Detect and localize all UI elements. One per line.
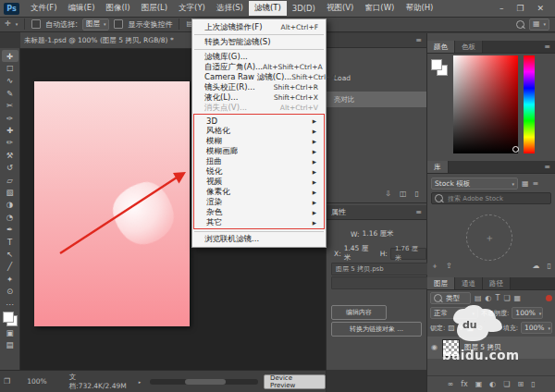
color-panel-swatches[interactable]	[431, 59, 446, 74]
convert-to-linked-button[interactable]: 转换为链接对象 ...	[331, 322, 422, 337]
menu-item-blur-gallery[interactable]: 模糊画廊▶	[194, 146, 324, 156]
add-content-icon[interactable]: ＋	[431, 263, 438, 270]
filter-shape-layers-icon[interactable]: ❏	[503, 295, 510, 302]
layer-group-icon[interactable]: ❏	[503, 381, 510, 388]
menu-item-sharpen[interactable]: 锐化▶	[194, 166, 324, 177]
menu-3d[interactable]: 3D(D)	[287, 2, 321, 15]
preset-item-selected[interactable]: 亮对比	[327, 92, 426, 107]
panel-menu-icon[interactable]: ≡	[544, 164, 550, 171]
horizontal-scrollbar[interactable]	[150, 379, 258, 385]
layer-filter-dropdown[interactable]: 类型	[430, 292, 471, 304]
menu-item-stylize[interactable]: 风格化▶	[194, 126, 324, 136]
layer-row[interactable]: ◉ 图层 5 拷贝	[427, 337, 555, 359]
menu-item-blur[interactable]: 模糊▶	[194, 136, 324, 146]
filter-pixel-layers-icon[interactable]: ▤	[475, 295, 482, 302]
panel-menu-icon[interactable]: ≡	[415, 209, 422, 216]
auto-select-dropdown[interactable]: 图层 ▾	[82, 18, 110, 31]
marquee-tool[interactable]: ☐	[2, 62, 18, 74]
menu-image[interactable]: 图像(I)	[101, 1, 136, 16]
gradient-tool[interactable]: ▧	[2, 186, 18, 198]
menu-item-liquify[interactable]: 液化(L)... Shift+Ctrl+X	[192, 92, 326, 103]
color-swatches-widget[interactable]	[3, 312, 18, 326]
workspace-switcher[interactable]: ▦ ▾	[529, 18, 549, 31]
scrollbar-thumb[interactable]	[185, 379, 226, 385]
device-preview-button[interactable]: Device Preview	[264, 374, 326, 389]
quick-mask-button[interactable]: ▣	[2, 326, 18, 338]
menu-edit[interactable]: 编辑(E)	[63, 1, 101, 16]
menu-item-adaptive-wide-angle[interactable]: 自适应广角(A)... Alt+Shift+Ctrl+A	[192, 62, 326, 72]
menu-item-browse-filters-online[interactable]: 浏览联机滤镜...	[192, 234, 326, 244]
libraries-drop-zone[interactable]: ＋	[466, 214, 512, 261]
saturation-brightness-picker[interactable]	[453, 55, 518, 153]
height-value[interactable]: 1.76 厘米	[390, 248, 426, 260]
sync-cloud-icon[interactable]: ☁	[533, 263, 540, 270]
zoom-level-value[interactable]: 100%	[27, 377, 46, 386]
load-preset-icon[interactable]: ⇩	[385, 190, 391, 198]
lock-all-icon[interactable]: ⊘	[476, 325, 483, 332]
minimize-button[interactable]: –	[500, 4, 504, 13]
maximize-button[interactable]: ❐	[516, 4, 524, 13]
tab-swatches[interactable]: 色板	[455, 41, 483, 53]
layer-thumbnail[interactable]	[442, 339, 460, 357]
menu-item-video[interactable]: 视频▶	[194, 177, 324, 187]
panel-menu-icon[interactable]: ≡	[544, 43, 550, 51]
filter-type-layers-icon[interactable]: T	[496, 295, 500, 302]
layer-effects-icon[interactable]: fx	[461, 381, 468, 388]
auto-select-checkbox[interactable]	[31, 19, 41, 29]
document-tab[interactable]: 未标题-1.psd @ 100% (图层 5 拷贝, RGB/8) * ×	[20, 32, 213, 48]
menu-item-lens-correction[interactable]: 镜头校正(R)... Shift+Ctrl+R	[192, 82, 326, 92]
move-tool[interactable]: ✛	[2, 50, 18, 62]
menu-item-filter-gallery[interactable]: 滤镜库(G)...	[192, 52, 326, 62]
menu-window[interactable]: 窗口(W)	[359, 1, 400, 16]
shape-tool[interactable]: ╱	[2, 261, 18, 273]
menu-item-other[interactable]: 其它▶	[194, 217, 324, 227]
grid-view-icon[interactable]: ▦	[522, 180, 529, 188]
history-brush-tool[interactable]: ↺	[2, 162, 18, 174]
menu-filter[interactable]: 滤镜(T)	[249, 1, 287, 16]
properties-panel-header[interactable]: 属性 ≡	[327, 205, 426, 220]
path-selection-tool[interactable]: ↖	[2, 248, 18, 260]
foreground-color-swatch[interactable]	[431, 59, 442, 70]
layer-visibility-eye-icon[interactable]: ◉	[431, 344, 438, 351]
show-transform-checkbox[interactable]	[114, 19, 123, 29]
tool-preset-caret-icon[interactable]: ▾	[16, 21, 18, 27]
tab-paths[interactable]: 路径	[483, 277, 511, 289]
menu-item-3d[interactable]: 3D▶	[194, 116, 324, 126]
tab-layers[interactable]: 图层	[427, 277, 455, 289]
menu-item-last-filter[interactable]: 上次滤镜操作(F) Alt+Ctrl+F	[192, 22, 326, 32]
adjustment-layer-icon[interactable]: ◐	[489, 381, 496, 388]
filter-adjustment-layers-icon[interactable]: ◐	[486, 295, 492, 302]
edit-toolbar-button[interactable]: ⋯	[2, 298, 18, 310]
menu-item-convert-smart-filter[interactable]: 转换为智能滤镜(S)	[192, 37, 326, 47]
close-button[interactable]: ✕	[536, 4, 544, 13]
lock-image-icon[interactable]: ◪	[467, 325, 475, 332]
tab-channels[interactable]: 通道	[455, 277, 483, 289]
menu-item-camera-raw[interactable]: Camera Raw 滤镜(C)... Shift+Ctrl+A	[192, 72, 326, 82]
quick-selection-tool[interactable]: ✎	[2, 87, 18, 99]
color-picker-cursor[interactable]	[512, 146, 519, 153]
lock-transparency-icon[interactable]: ▨	[448, 325, 455, 332]
hand-tool[interactable]: ✦	[2, 273, 18, 285]
menu-item-noise[interactable]: 杂色▶	[194, 207, 324, 217]
screen-mode-icon[interactable]: ❐	[4, 378, 10, 386]
zoom-tool[interactable]: ⊙	[2, 285, 18, 297]
blend-mode-dropdown[interactable]: 正常 ▾	[430, 307, 478, 319]
search-icon[interactable]	[516, 20, 524, 29]
eyedropper-tool[interactable]: ✑	[2, 112, 18, 124]
new-layer-icon[interactable]: ⊞	[517, 381, 524, 388]
status-menu-arrow-icon[interactable]: ▸	[139, 379, 142, 385]
menu-select[interactable]: 选择(S)	[211, 1, 249, 16]
filter-toggle-icon[interactable]	[546, 295, 552, 301]
dodge-tool[interactable]: ◔	[2, 211, 18, 223]
menu-item-render[interactable]: 渲染▶	[194, 197, 324, 207]
menu-help[interactable]: 帮助(H)	[400, 1, 438, 16]
search-input[interactable]	[446, 194, 542, 203]
screen-mode-button[interactable]: ▤	[2, 339, 18, 351]
opacity-dropdown[interactable]: 100% ▾	[512, 307, 543, 319]
hue-slider[interactable]	[524, 55, 535, 153]
layer-name[interactable]: 图层 5 拷贝	[464, 343, 501, 352]
filter-smart-objects-icon[interactable]: ▦	[514, 295, 522, 302]
pen-tool[interactable]: ✒	[2, 223, 18, 235]
clone-stamp-tool[interactable]: ⚒	[2, 149, 18, 161]
delete-layer-icon[interactable]: ▯	[531, 381, 535, 388]
